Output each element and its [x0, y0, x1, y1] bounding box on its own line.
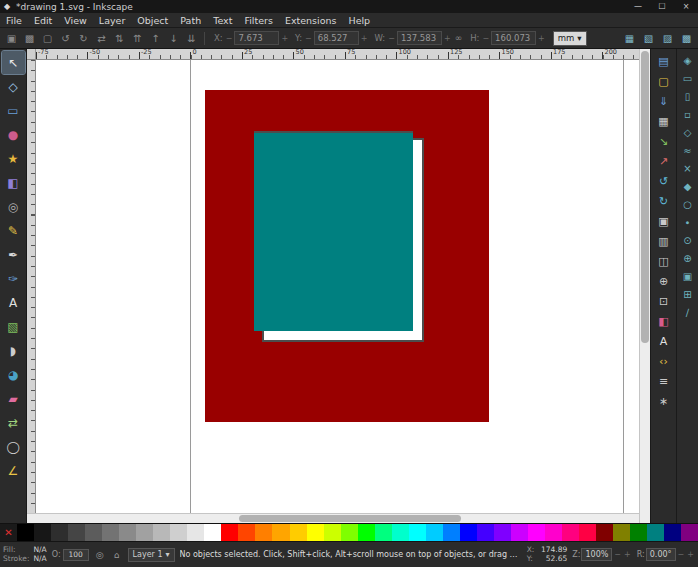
- snap-icon[interactable]: ⊕: [679, 250, 697, 266]
- rotation-input[interactable]: 0.00°: [646, 548, 676, 561]
- palette-swatch[interactable]: [443, 524, 460, 541]
- toolbar-action-icon[interactable]: ↺: [57, 30, 74, 47]
- y-position-input[interactable]: 68.527: [314, 31, 359, 45]
- snap-icon[interactable]: ▭: [679, 70, 697, 86]
- rotation-decrement-button[interactable]: −: [677, 550, 686, 559]
- snap-icon[interactable]: ⊞: [679, 286, 697, 302]
- palette-swatch[interactable]: [102, 524, 119, 541]
- snap-icon[interactable]: ◈: [679, 52, 697, 68]
- width-input[interactable]: 137.583: [397, 31, 442, 45]
- command-icon[interactable]: ▣: [654, 212, 674, 230]
- palette-swatch[interactable]: [392, 524, 409, 541]
- palette-swatch[interactable]: [17, 524, 34, 541]
- menu-item[interactable]: Edit: [28, 13, 58, 27]
- toolbox-tool-button[interactable]: ◗: [2, 339, 25, 362]
- menu-item[interactable]: Text: [207, 13, 238, 27]
- stroke-value[interactable]: N/A: [33, 555, 46, 563]
- palette-swatch[interactable]: [528, 524, 545, 541]
- palette-swatch[interactable]: [187, 524, 204, 541]
- command-icon[interactable]: ⊕: [654, 272, 674, 290]
- menu-item[interactable]: Layer: [93, 13, 132, 27]
- palette-swatch[interactable]: [358, 524, 375, 541]
- snap-icon[interactable]: ∙: [679, 214, 697, 230]
- layer-dropdown[interactable]: Layer 1 ▾: [128, 548, 175, 562]
- palette-swatch[interactable]: [170, 524, 187, 541]
- toolbox-tool-button[interactable]: ✑: [2, 267, 25, 290]
- palette-swatch[interactable]: [613, 524, 630, 541]
- toolbar-action-icon[interactable]: ⇈: [129, 30, 146, 47]
- x-decrement-button[interactable]: −: [225, 34, 234, 43]
- palette-swatch[interactable]: [579, 524, 596, 541]
- palette-swatch[interactable]: [324, 524, 341, 541]
- vertical-ruler[interactable]: [27, 60, 36, 513]
- palette-swatch[interactable]: [426, 524, 443, 541]
- palette-swatch[interactable]: [664, 524, 681, 541]
- toolbox-tool-button[interactable]: ◯: [2, 435, 25, 458]
- snap-icon[interactable]: ◇: [679, 124, 697, 140]
- y-increment-button[interactable]: +: [360, 34, 369, 43]
- command-icon[interactable]: A: [654, 332, 674, 350]
- palette-swatch[interactable]: [153, 524, 170, 541]
- snap-icon[interactable]: ○: [679, 196, 697, 212]
- palette-swatch[interactable]: [221, 524, 238, 541]
- command-icon[interactable]: ≡: [654, 372, 674, 390]
- palette-swatch[interactable]: [204, 524, 221, 541]
- toolbox-tool-button[interactable]: ◕: [2, 363, 25, 386]
- palette-swatch[interactable]: [238, 524, 255, 541]
- snap-icon[interactable]: ▣: [679, 268, 697, 284]
- height-increment-button[interactable]: +: [537, 34, 546, 43]
- horizontal-scrollbar[interactable]: [27, 513, 639, 523]
- width-decrement-button[interactable]: −: [387, 34, 396, 43]
- palette-swatch[interactable]: [34, 524, 51, 541]
- palette-swatch[interactable]: [290, 524, 307, 541]
- toolbar-action-icon[interactable]: ↑: [147, 30, 164, 47]
- transform-toggle-icon[interactable]: ▧: [640, 30, 657, 47]
- snap-icon[interactable]: ⊙: [679, 232, 697, 248]
- opacity-input[interactable]: 100: [63, 549, 89, 561]
- palette-swatch[interactable]: [272, 524, 289, 541]
- command-icon[interactable]: ▦: [654, 112, 674, 130]
- menu-item[interactable]: Path: [174, 13, 207, 27]
- toolbar-action-icon[interactable]: ⇅: [111, 30, 128, 47]
- toolbar-action-icon[interactable]: ↓: [165, 30, 182, 47]
- toolbar-action-icon[interactable]: ▣: [3, 30, 20, 47]
- snap-icon[interactable]: ◆: [679, 178, 697, 194]
- palette-swatch[interactable]: [85, 524, 102, 541]
- toolbar-action-icon[interactable]: ⇄: [93, 30, 110, 47]
- command-icon[interactable]: ⊡: [654, 292, 674, 310]
- close-button[interactable]: ×: [674, 0, 698, 13]
- palette-swatch[interactable]: [307, 524, 324, 541]
- menu-item[interactable]: Filters: [238, 13, 278, 27]
- y-decrement-button[interactable]: −: [304, 34, 313, 43]
- command-icon[interactable]: ◧: [654, 312, 674, 330]
- layer-lock-icon[interactable]: ⌂: [111, 550, 123, 560]
- rotation-increment-button[interactable]: +: [686, 550, 695, 559]
- toolbar-action-icon[interactable]: ▢: [39, 30, 56, 47]
- menu-item[interactable]: Help: [342, 13, 376, 27]
- transform-toggle-icon[interactable]: ▦: [621, 30, 638, 47]
- maximize-button[interactable]: ☐: [650, 0, 674, 13]
- x-increment-button[interactable]: +: [280, 34, 289, 43]
- palette-swatch[interactable]: [341, 524, 358, 541]
- vertical-scrollbar-thumb[interactable]: [641, 51, 649, 343]
- toolbox-tool-button[interactable]: ↖: [2, 51, 25, 74]
- toolbox-tool-button[interactable]: ✒: [2, 243, 25, 266]
- palette-swatch[interactable]: [409, 524, 426, 541]
- command-icon[interactable]: ▥: [654, 232, 674, 250]
- palette-swatch[interactable]: [494, 524, 511, 541]
- menu-item[interactable]: View: [58, 13, 93, 27]
- command-icon[interactable]: ↺: [654, 172, 674, 190]
- palette-swatch[interactable]: [119, 524, 136, 541]
- toolbar-action-icon[interactable]: ⇊: [183, 30, 200, 47]
- command-icon[interactable]: ▢: [654, 72, 674, 90]
- horizontal-ruler[interactable]: -75 -50 -25 0 25 50 75 100: [36, 49, 639, 60]
- vertical-scrollbar[interactable]: [639, 49, 650, 523]
- palette-swatch[interactable]: [255, 524, 272, 541]
- command-icon[interactable]: ∗: [654, 392, 674, 410]
- zoom-decrement-button[interactable]: −: [613, 550, 622, 559]
- minimize-button[interactable]: —: [626, 0, 650, 13]
- zoom-increment-button[interactable]: +: [623, 550, 632, 559]
- height-decrement-button[interactable]: −: [481, 34, 490, 43]
- command-icon[interactable]: ▤: [654, 52, 674, 70]
- palette-swatch[interactable]: [545, 524, 562, 541]
